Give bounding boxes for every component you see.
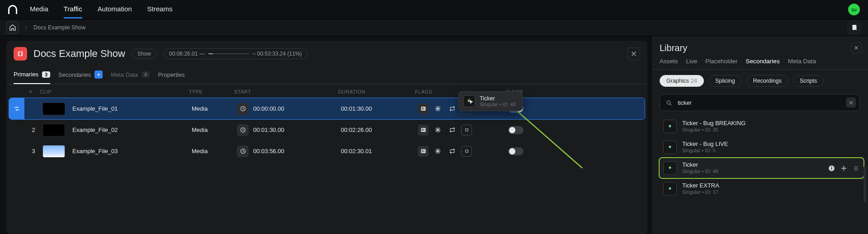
tab-secondaries[interactable]: Secondaries + — [58, 67, 103, 84]
nav-traffic[interactable]: Traffic — [64, 0, 82, 19]
flag-loop-button[interactable] — [447, 125, 458, 136]
nav-automation[interactable]: Automation — [98, 0, 132, 19]
plus-icon[interactable] — [840, 164, 848, 172]
flag-stop-button[interactable] — [461, 146, 472, 157]
chip-label: Graphics — [666, 78, 689, 84]
library-item-icon — [663, 120, 677, 133]
close-show-button[interactable] — [627, 47, 640, 60]
nav-media[interactable]: Media — [30, 0, 48, 19]
table-row[interactable]: Example_File_01Media00:00:00.0000:01:30.… — [9, 98, 645, 119]
library-search[interactable] — [660, 94, 860, 111]
row-flags — [418, 146, 508, 157]
row-handle[interactable] — [9, 119, 24, 140]
table-row[interactable]: 2Example_File_02Media00:01:30.0000:02:26… — [9, 119, 645, 140]
row-clip: Example_File_03 — [42, 145, 192, 158]
close-icon — [631, 51, 637, 57]
col-type: TYPE — [189, 89, 234, 94]
row-start: 00:01:30.00 — [237, 124, 341, 136]
lib-tab-assets[interactable]: Assets — [660, 58, 678, 65]
stop-icon — [464, 127, 470, 133]
clock-button[interactable] — [237, 145, 249, 157]
row-clean — [508, 147, 553, 155]
show-timeline-pill[interactable]: 00:06:26.01 — – 00:53:33.24 (11%) — [163, 48, 307, 59]
library-item[interactable]: Ticker EXTRASingular • ID: 17 — [660, 179, 863, 199]
library-close-button[interactable] — [851, 42, 862, 53]
library-scrollbar[interactable] — [863, 166, 866, 202]
library-search-input[interactable] — [677, 99, 841, 107]
show-panel-wrapper: Docs Example Show Show 00:06:26.01 — – 0… — [0, 36, 651, 234]
flag-freeze-button[interactable] — [432, 103, 443, 114]
lib-tab-live[interactable]: Live — [686, 58, 698, 65]
row-start: 00:00:00.00 — [237, 103, 341, 115]
clean-toggle[interactable] — [508, 147, 524, 155]
clean-toggle[interactable] — [508, 126, 524, 134]
tab-metadata[interactable]: Meta Data 0 — [111, 68, 150, 84]
tab-primaries-label: Primaries — [14, 71, 38, 78]
clip-name: Example_File_02 — [72, 126, 118, 133]
user-avatar[interactable]: su — [848, 4, 860, 15]
flag-freeze-button[interactable] — [432, 146, 443, 157]
start-timecode: 00:01:30.00 — [253, 126, 284, 133]
show-icon — [14, 47, 27, 61]
docs-button[interactable] — [847, 20, 862, 35]
home-button[interactable] — [6, 21, 19, 34]
chip-label: Recordings — [753, 78, 782, 84]
filter-chip[interactable]: Scripts — [793, 75, 824, 87]
clip-name: Example_File_03 — [72, 148, 118, 154]
row-clip: Example_File_02 — [42, 124, 192, 136]
filter-chip[interactable]: Recordings — [746, 75, 788, 87]
flag-stop-button[interactable] — [461, 125, 472, 136]
flag-list-button[interactable] — [418, 103, 429, 114]
flag-loop-button[interactable] — [447, 103, 458, 114]
filter-chip[interactable]: Splicing — [708, 75, 742, 87]
library-search-clear[interactable] — [846, 98, 856, 108]
start-timecode: 00:03:56.00 — [253, 148, 284, 154]
table-header: # CLIP TYPE START DURATION FLAGS CLEAN — [6, 84, 647, 98]
flag-loop-button[interactable] — [447, 146, 458, 157]
drag-handle-icon[interactable] — [852, 164, 860, 172]
col-num: # — [22, 89, 40, 94]
cursor-icon — [468, 99, 475, 106]
show-type-badge: Show — [132, 49, 157, 59]
info-icon[interactable] — [828, 164, 835, 172]
filter-chip[interactable]: Graphics24 — [660, 75, 704, 87]
tab-secondaries-label: Secondaries — [58, 71, 91, 78]
show-panel: Docs Example Show Show 00:06:26.01 — – 0… — [6, 41, 647, 234]
row-duration: 00:02:26.00 — [341, 126, 418, 133]
lib-tab-placeholder[interactable]: Placeholder — [705, 58, 737, 65]
library-item[interactable]: Ticker - Bug LIVESingular • ID: 5 — [660, 137, 863, 157]
table-row[interactable]: 3Example_File_03Media00:03:56.0000:02:30… — [9, 140, 645, 162]
library-item-icon — [663, 161, 677, 175]
loop-icon — [449, 105, 456, 112]
lib-tab-metadata[interactable]: Meta Data — [788, 58, 816, 65]
tab-metadata-count: 0 — [142, 71, 150, 78]
clock-button[interactable] — [237, 124, 249, 136]
library-header: Library — [651, 36, 868, 56]
library-item[interactable]: TickerSingular • ID: 48 — [660, 158, 863, 178]
loop-icon — [449, 126, 456, 133]
library-filter-chips: Graphics24SplicingRecordingsScripts — [651, 70, 868, 89]
breadcrumb-current[interactable]: Docs Example Show — [33, 24, 85, 31]
drag-preview-title: Ticker — [480, 95, 516, 102]
row-handle[interactable] — [9, 98, 24, 119]
tab-properties[interactable]: Properties — [158, 68, 184, 84]
flag-freeze-button[interactable] — [432, 125, 443, 136]
flag-list-button[interactable] — [418, 125, 429, 136]
tab-primaries-count: 3 — [42, 71, 50, 78]
library-item[interactable]: Ticker - Bug BREAKINGSingular • ID: 35 — [660, 117, 863, 136]
timeline-right-tc: – 00:53:33.24 (11%) — [253, 51, 302, 57]
breadcrumb-bar: Docs Example Show — [0, 19, 868, 36]
lib-tab-secondaries[interactable]: Secondaries — [746, 58, 780, 65]
flag-list-button[interactable] — [418, 146, 429, 157]
row-type: Media — [192, 148, 237, 154]
nav-streams[interactable]: Streams — [147, 0, 173, 19]
clock-button[interactable] — [237, 103, 249, 115]
list-icon — [420, 105, 427, 112]
row-handle[interactable] — [9, 140, 24, 162]
row-type: Media — [192, 126, 237, 133]
row-start: 00:03:56.00 — [237, 145, 341, 157]
add-secondary-button[interactable]: + — [94, 70, 103, 79]
snowflake-icon — [434, 105, 441, 112]
tab-primaries[interactable]: Primaries 3 — [14, 67, 50, 84]
close-icon — [854, 45, 859, 51]
